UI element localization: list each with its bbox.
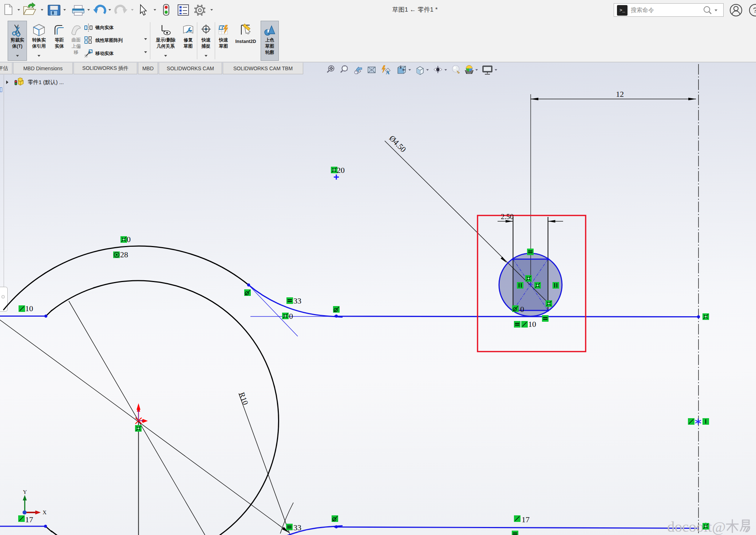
svg-text:0: 0 [127,235,131,244]
svg-text:0: 0 [520,305,524,314]
svg-text:Y: Y [23,489,27,495]
svg-text:10: 10 [528,320,536,329]
svg-text:10: 10 [25,304,33,313]
svg-text:20: 20 [337,166,345,175]
svg-text:R10: R10 [237,391,250,406]
svg-text:12: 12 [616,90,624,99]
svg-text:docooit@: docooit@ [667,518,726,535]
svg-text:33: 33 [293,296,301,305]
svg-text:28: 28 [120,250,128,259]
svg-text:0: 0 [289,312,293,321]
svg-text:A: A [386,70,390,75]
svg-text:2.50: 2.50 [501,213,514,221]
svg-text:Ø4.50: Ø4.50 [387,134,408,154]
svg-text:17: 17 [25,515,33,524]
svg-text:X: X [43,510,47,515]
svg-text:17: 17 [522,515,530,524]
svg-text:?: ? [753,6,756,14]
svg-text:33: 33 [293,523,301,532]
